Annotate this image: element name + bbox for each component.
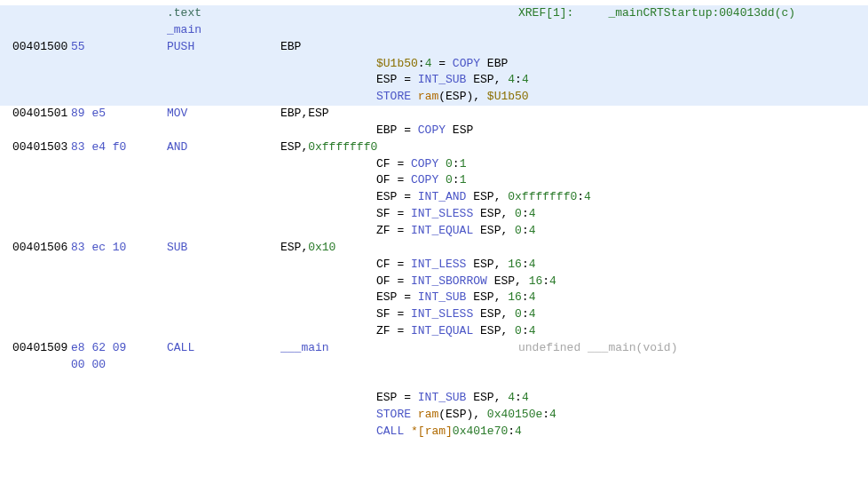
operand-token [404,425,411,438]
operand-token: , [473,90,487,103]
section-header-row[interactable]: .textXREF[1]: _mainCRTStartup:004013dd(c… [0,5,868,22]
operand-token [411,408,418,421]
operand-token: INT_SUB [418,73,467,86]
blank-row[interactable] [0,374,868,391]
operand-token: , [494,190,509,203]
operand-token: OF = [376,173,411,187]
operand-token: 0 [515,307,522,321]
instruction-row[interactable]: 00401509e8 62 09CALL___mainundefined ___… [0,340,868,357]
operand-token: ram [418,90,438,103]
operand-token: ESP [280,241,301,254]
pcode-row[interactable]: SF = INT_SLESS ESP, 0:4 [0,306,868,323]
operand-token: INT_SBORROW [411,274,487,288]
pcode-indent [0,72,376,89]
function-label[interactable]: _main [167,23,201,36]
pcode-text: ZF = INT_EQUAL ESP, 0:4 [376,223,868,240]
pcode-indent [0,323,376,340]
operand-token: ESP = [376,391,418,404]
instruction-row[interactable]: 0040150383 e4 f0ANDESP,0xfffffff0 [0,139,868,156]
pcode-text: CF = INT_LESS ESP, 16:4 [376,257,868,274]
operands-col: ESP,0xfffffff0 [280,139,518,156]
pcode-indent [0,257,376,274]
operand-token: ESP = [376,290,418,304]
address-col [0,22,71,39]
operand-token: : [522,224,529,237]
pcode-row[interactable]: ZF = INT_EQUAL ESP, 0:4 [0,223,868,240]
pcode-row[interactable]: ZF = INT_EQUAL ESP, 0:4 [0,323,868,340]
pcode-row[interactable]: ESP = INT_SUB ESP, 4:4 [0,72,868,89]
operand-token: COPY [411,157,438,171]
pcode-row[interactable]: OF = COPY 0:1 [0,172,868,189]
bytes-continuation: 00 00 [71,357,167,374]
bytes-col [71,22,167,39]
operand-token: CALL [376,425,404,438]
bytes-value: 55 [71,39,167,56]
mnemonic-value: SUB [167,241,187,254]
operand-token: 0 [515,207,522,220]
operand-token: 0x10 [308,241,335,254]
bytes-value: 83 e4 f0 [71,139,167,156]
operands-col: EBP [280,39,518,56]
address-value: 00401506 [0,240,71,257]
pcode-indent [0,156,376,173]
operand-token: SF = [376,207,411,220]
mnemonic-col: PUSH [167,39,280,56]
pcode-row[interactable]: EBP = COPY ESP [0,123,868,139]
operand-token: : [542,274,549,288]
operand-token: , [515,274,529,288]
operand-token: COPY [411,173,438,187]
operand-token: , [494,73,509,86]
operand-token: EBP = [376,123,418,137]
instruction-row[interactable]: 0040150683 ec 10SUBESP,0x10 [0,240,868,257]
operand-token: STORE [376,408,411,421]
operand-token: 0xfffffff0 [308,140,377,154]
pcode-row[interactable]: OF = INT_SBORROW ESP, 16:4 [0,274,868,290]
operand-token: 16 [508,258,522,271]
operand-token: : [542,408,549,421]
pcode-indent [0,274,376,290]
operand-token: 4 [515,425,522,438]
pcode-indent [0,123,376,139]
mnemonic-value: CALL [167,341,194,354]
xref-label: XREF[1]: [518,6,608,20]
address-value: 00401500 [0,39,71,56]
operand-token: , [501,324,515,337]
pcode-row[interactable]: ESP = INT_SUB ESP, 4:4 [0,390,868,407]
pcode-row[interactable]: STORE ram(ESP), $U1b50 [0,89,868,106]
pcode-row[interactable]: CF = INT_LESS ESP, 16:4 [0,257,868,274]
operand-token: 4 [584,190,591,203]
mnemonic-col: AND [167,139,280,156]
mnemonic-col: CALL [167,340,280,357]
pcode-row[interactable]: SF = INT_SLESS ESP, 0:4 [0,206,868,223]
operand-token: : [522,290,529,304]
pcode-row[interactable]: CF = COPY 0:1 [0,156,868,173]
pcode-row[interactable]: ESP = INT_AND ESP, 0xfffffff0:4 [0,189,868,206]
bytes-continuation-row[interactable]: 00 00 [0,357,868,374]
operand-token: 0x40150e [487,408,542,421]
operand-token: (ESP) [438,408,473,421]
instruction-row[interactable]: 0040150055PUSHEBP [0,39,868,56]
operand-token: ESP = [376,190,418,203]
mnemonic-col [167,357,280,374]
operand-token: ESP [446,123,473,137]
pcode-row[interactable]: CALL *[ram]0x401e70:4 [0,424,868,440]
operand-token: : [522,258,529,271]
operands-col: ___main [280,340,518,357]
pcode-row[interactable]: ESP = INT_SUB ESP, 16:4 [0,290,868,306]
instruction-row[interactable]: 0040150189 e5MOVEBP,ESP [0,106,868,123]
operand-token: ESP [473,307,501,321]
disassembly-listing[interactable]: .textXREF[1]: _mainCRTStartup:004013dd(c… [0,0,868,440]
pcode-row[interactable]: $U1b50:4 = COPY EBP [0,56,868,73]
pcode-text: ESP = INT_SUB ESP, 4:4 [376,72,868,89]
xref-target[interactable]: _mainCRTStartup:004013dd(c) [608,6,795,20]
pcode-indent [0,407,376,424]
mnemonic-col: MOV [167,106,280,123]
mnemonic-value: PUSH [167,40,194,53]
function-label-row[interactable]: _main [0,22,868,39]
pcode-row[interactable]: STORE ram(ESP), 0x40150e:4 [0,407,868,424]
pcode-text: ZF = INT_EQUAL ESP, 0:4 [376,323,868,340]
pcode-text: $U1b50:4 = COPY EBP [376,56,868,73]
operand-token: 0 [515,224,522,237]
pcode-text: STORE ram(ESP), $U1b50 [376,89,868,106]
operand-token: INT_SUB [418,290,467,304]
